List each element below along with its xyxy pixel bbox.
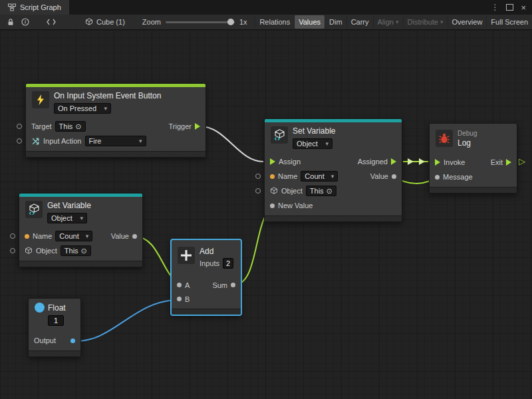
graph-target[interactable]: Cube (1): [85, 18, 125, 26]
tab-script-graph[interactable]: Script Graph: [0, 0, 69, 15]
node-footer: [26, 151, 205, 157]
name-label: Name: [278, 172, 297, 180]
invoke-port[interactable]: [435, 159, 440, 166]
input-port-ring[interactable]: [10, 248, 15, 253]
node-float[interactable]: Float 1 Output: [28, 298, 81, 357]
assigned-port[interactable]: [391, 158, 396, 165]
b-label: B: [185, 295, 190, 303]
event-mode-dropdown[interactable]: On Pressed▾: [54, 103, 111, 114]
input-port-ring[interactable]: [255, 188, 261, 194]
value-label: Value: [111, 232, 129, 240]
node-footer: [19, 261, 142, 267]
trigger-port[interactable]: [195, 123, 200, 130]
chevron-down-icon: ▾: [325, 141, 329, 147]
distribute-button[interactable]: Distribute▾: [403, 15, 448, 29]
assigned-label: Assigned: [358, 158, 388, 166]
zoom-slider[interactable]: [166, 21, 235, 23]
new-value-label: New Value: [278, 201, 313, 209]
assign-row: Assign Assigned: [265, 154, 402, 169]
invoke-label: Invoke: [444, 158, 465, 166]
b-row: B: [172, 292, 241, 306]
node-title: Log: [458, 138, 477, 148]
input-port-ring[interactable]: [255, 174, 261, 179]
name-dropdown[interactable]: Count▾: [301, 171, 338, 182]
lock-icon[interactable]: [7, 18, 15, 26]
input-port-ring[interactable]: [17, 138, 22, 144]
name-dropdown[interactable]: Count▾: [55, 231, 92, 241]
input-action-dropdown[interactable]: Fire▾: [85, 136, 146, 146]
full-screen-button[interactable]: Full Screen: [486, 15, 532, 29]
node-title: Add: [200, 247, 233, 256]
dim-button[interactable]: Dim: [325, 15, 346, 29]
value-port[interactable]: [392, 174, 396, 179]
assign-port[interactable]: [270, 158, 275, 165]
graph-toolbar: Cube (1) Zoom 1x Relations Values Dim Ca…: [0, 15, 532, 30]
name-port[interactable]: [25, 234, 29, 239]
window-menu-icon[interactable]: ⋮: [491, 3, 499, 11]
bug-icon: [436, 130, 453, 147]
node-header: Debug Log: [430, 124, 517, 154]
object-this-chip[interactable]: This⊙: [306, 186, 336, 196]
node-title: On Input System Event Button: [54, 91, 161, 100]
overview-button[interactable]: Overview: [448, 15, 487, 29]
chevron-down-icon: ▾: [139, 138, 142, 144]
node-add[interactable]: Add Inputs 2 A Sum B: [171, 239, 241, 315]
object-label: Object: [36, 247, 57, 255]
object-row: Object This⊙: [265, 184, 402, 198]
new-value-port[interactable]: [270, 203, 275, 208]
chevron-down-icon: ▾: [104, 106, 107, 112]
relations-button[interactable]: Relations: [255, 15, 294, 29]
exit-label: Exit: [491, 158, 503, 166]
sum-port[interactable]: [231, 283, 235, 287]
variable-kind-dropdown[interactable]: Object▾: [293, 138, 332, 149]
exit-port-stub-icon[interactable]: ▷: [519, 157, 525, 166]
carry-button[interactable]: Carry: [346, 15, 373, 29]
message-port[interactable]: [435, 175, 440, 180]
collapse-icon[interactable]: [47, 19, 56, 25]
zoom-value: 1x: [239, 18, 247, 26]
toolbar-buttons: Relations Values Dim Carry Align▾ Distri…: [255, 15, 532, 29]
close-icon[interactable]: ×: [521, 3, 526, 12]
input-port-ring[interactable]: [17, 124, 22, 129]
output-port[interactable]: [70, 338, 75, 343]
name-label: Name: [33, 232, 52, 240]
b-port[interactable]: [177, 297, 182, 301]
maximize-icon[interactable]: [506, 4, 513, 11]
values-button[interactable]: Values: [294, 15, 325, 29]
input-port-ring[interactable]: [10, 233, 15, 239]
name-port[interactable]: [270, 174, 275, 179]
float-icon: [35, 303, 45, 313]
variable-kind-dropdown[interactable]: Object▾: [47, 213, 87, 223]
node-header: Get Variable Object▾: [19, 197, 142, 227]
target-icon: ⊙: [75, 123, 81, 130]
lightning-icon: [32, 91, 49, 108]
node-footer: [265, 215, 402, 221]
target-this-chip[interactable]: This⊙: [55, 121, 86, 132]
graph-icon: [8, 3, 16, 11]
align-button[interactable]: Align▾: [373, 15, 403, 29]
node-header: Set Variable Object▾: [265, 122, 402, 153]
node-on-input-system-event-button[interactable]: On Input System Event Button On Pressed▾…: [25, 83, 206, 158]
output-label: Output: [34, 336, 56, 344]
node-get-variable[interactable]: Get Variable Object▾ Name Count▾ Value: [19, 193, 143, 267]
inputs-count-field[interactable]: 2: [223, 258, 233, 269]
plus-icon: [178, 247, 195, 264]
tab-bar: Script Graph ⋮ ×: [0, 0, 532, 15]
node-title: Get Variable: [47, 201, 91, 210]
node-category: Debug: [458, 130, 477, 137]
value-port[interactable]: [132, 234, 137, 239]
node-header: On Input System Event Button On Pressed▾: [26, 87, 205, 118]
node-header: Add Inputs 2: [172, 240, 241, 273]
zoom-slider-handle[interactable]: [227, 19, 234, 25]
target-row: Target This⊙ Trigger: [26, 119, 205, 134]
node-debug-log[interactable]: Debug Log Invoke Exit Message: [429, 123, 517, 194]
object-row: Object This⊙: [19, 243, 142, 258]
exit-port[interactable]: [506, 159, 511, 166]
a-port[interactable]: [177, 283, 182, 287]
object-this-chip[interactable]: This⊙: [61, 245, 91, 256]
float-value-field[interactable]: 1: [48, 315, 64, 326]
name-row: Name Count▾ Value: [19, 229, 142, 243]
node-set-variable[interactable]: Set Variable Object▾ Assign Assigned Nam…: [264, 118, 402, 222]
target-icon: ⊙: [327, 188, 332, 195]
info-icon[interactable]: [21, 18, 29, 26]
